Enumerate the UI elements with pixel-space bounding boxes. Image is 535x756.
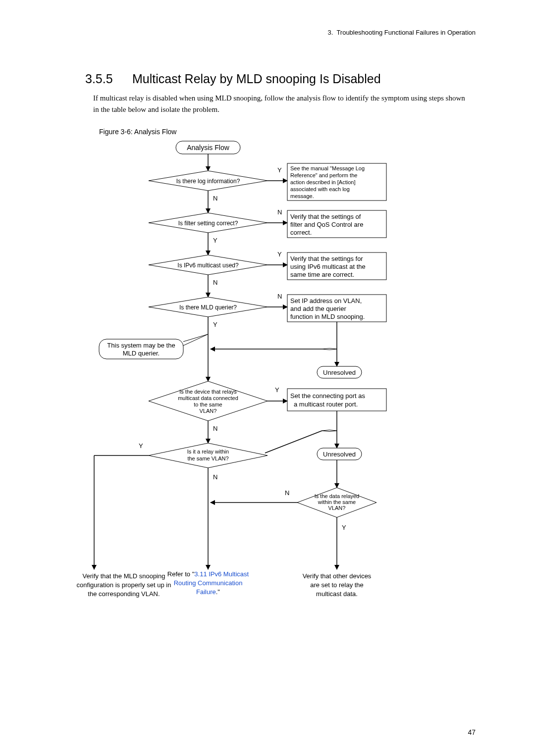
- label-n: N: [213, 195, 217, 202]
- chapter-title: Troubleshooting Functional Failures in O…: [336, 29, 476, 36]
- unresolved-label: Unresolved: [323, 451, 356, 458]
- end-mid-pre: Refer to ": [167, 570, 195, 578]
- d7-l3: VLAN?: [328, 505, 346, 511]
- start-label: Analysis Flow: [187, 144, 229, 151]
- d4-label: Is there MLD querier?: [179, 304, 237, 311]
- d1-label: Is there log information?: [176, 178, 240, 185]
- page-number: 47: [468, 728, 476, 736]
- jump-over: [322, 430, 337, 432]
- b3-l2: using IPv6 multicast at the: [290, 263, 366, 270]
- d7-l2: within the same: [318, 499, 356, 505]
- b4-l2: and add the querier: [290, 305, 346, 312]
- flowchart: Analysis Flow Is there log information? …: [69, 139, 466, 639]
- d5-l3: to the same: [194, 402, 222, 407]
- page: 3. Troubleshooting Functional Failures i…: [0, 0, 535, 756]
- b5-l1: Set the connecting port as: [290, 392, 366, 400]
- label-y: Y: [277, 251, 282, 258]
- b3-l1: Verify that the settings for: [290, 255, 363, 262]
- unresolved-label: Unresolved: [323, 369, 356, 376]
- d3-label: Is IPv6 multicast used?: [177, 262, 239, 269]
- label-y: Y: [139, 442, 143, 450]
- b2-l3: correct.: [290, 229, 312, 236]
- label-y: Y: [277, 166, 282, 174]
- label-n: N: [213, 425, 217, 432]
- b2-l1: Verify that the settings of: [290, 213, 361, 220]
- label-y: Y: [213, 237, 217, 244]
- running-header: 3. Troubleshooting Functional Failures i…: [328, 29, 476, 36]
- link-ipv6-failure[interactable]: Routing Communication: [174, 579, 243, 587]
- b2-l2: filter and QoS Control are: [290, 221, 363, 228]
- section-title: Multicast Relay by MLD snooping Is Disab…: [132, 72, 381, 86]
- d5-l1: Is the device that relays: [179, 389, 237, 395]
- d5-l4: VLAN?: [200, 408, 217, 414]
- decision-relay-device-vlan: [149, 381, 268, 421]
- b5-l2: a multicast router port.: [294, 401, 358, 408]
- d6-l1: Is it a relay within: [187, 449, 229, 454]
- end-mid-post: .": [216, 588, 220, 596]
- b1-l2: Reference" and perform the: [290, 172, 357, 178]
- b3-l3: same time are correct.: [290, 271, 354, 278]
- end-right-l3: multicast data.: [316, 590, 358, 598]
- jump-over: [322, 349, 337, 350]
- label-n: N: [277, 293, 282, 300]
- d2-label: Is filter setting correct?: [178, 220, 238, 227]
- d6-l2: the same VLAN?: [187, 455, 228, 461]
- intro-paragraph: If multicast relay is disabled when usin…: [93, 93, 470, 116]
- label-n: N: [213, 279, 217, 286]
- chapter-number: 3.: [328, 29, 333, 36]
- b1-l4: associated with each log: [290, 186, 350, 192]
- connector: [183, 334, 208, 346]
- end-mid-line1: Refer to "3.11 IPv6 Multicast: [167, 570, 249, 578]
- end-left-l1: Verify that the MLD snooping: [83, 572, 165, 580]
- label-y: Y: [213, 321, 217, 328]
- b1-l5: message.: [290, 193, 314, 199]
- d5-l2: multicast data connected: [178, 395, 238, 401]
- b4-l1: Set IP address on VLAN,: [290, 297, 362, 304]
- section-number: 3.5.5: [85, 72, 113, 86]
- connector: [265, 431, 322, 453]
- b1-l3: action described in [Action]: [290, 179, 355, 185]
- connector: [183, 334, 208, 342]
- label-y: Y: [275, 386, 279, 394]
- label-n: N: [285, 489, 289, 497]
- end-left-l3: the corresponding VLAN.: [88, 590, 160, 598]
- label-n: N: [213, 473, 217, 481]
- link-ipv6-failure[interactable]: 3.11 IPv6 Multicast: [194, 570, 249, 578]
- end-right-l1: Verify that other devices: [303, 572, 372, 580]
- aside-l1: This system may be the: [107, 342, 175, 349]
- aside-l2: MLD querier.: [123, 350, 160, 357]
- d7-l1: Is the data relayed: [315, 493, 360, 499]
- end-left-l2: configuration is properly set up in: [77, 581, 171, 589]
- figure-caption: Figure 3-6: Analysis Flow: [99, 128, 176, 136]
- b4-l3: function in MLD snooping.: [290, 313, 365, 320]
- end-right-l2: are set to relay the: [310, 581, 364, 589]
- label-n: N: [277, 208, 282, 216]
- b1-l1: See the manual "Message Log: [290, 165, 365, 171]
- end-mid-line3: Failure.": [196, 588, 220, 596]
- label-y: Y: [342, 524, 346, 531]
- link-ipv6-failure[interactable]: Failure: [196, 588, 216, 596]
